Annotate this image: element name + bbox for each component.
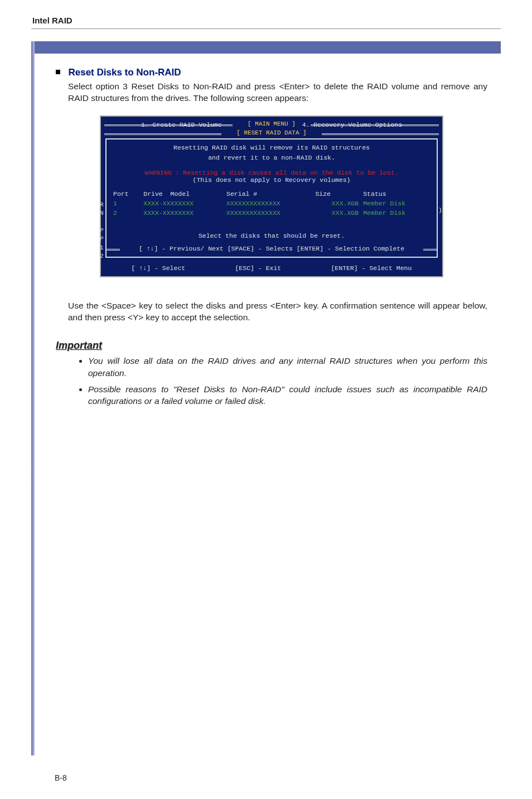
cell-status: Member Disk	[361, 208, 432, 218]
list-item: You will lose all data on the RAID drive…	[88, 355, 487, 379]
th-port: Port	[111, 189, 141, 199]
bios-info1: Resetting RAID disk will remove its RAID…	[111, 143, 432, 153]
table-row[interactable]: 1 XXXX-XXXXXXXX XXXXXXXXXXXXXX XXX.XGB M…	[111, 199, 432, 208]
important-list: You will lose all data on the RAID drive…	[56, 355, 487, 407]
footer-esc-hint: [ESC] - Exit	[235, 264, 281, 272]
cell-port: 2	[111, 208, 141, 218]
th-size: Size	[313, 189, 361, 199]
bios-inner: R N P P 1 2 ) Resetting RAID disk will r…	[105, 138, 438, 258]
cell-status: Member Disk	[361, 199, 432, 208]
section-body: Select option 3 Reset Disks to Non-RAID …	[68, 80, 487, 104]
cell-serial: XXXXXXXXXXXXXX	[224, 199, 313, 208]
footer-enter-hint: [ENTER] - Select Menu	[331, 264, 412, 272]
th-drive-model: Drive Model	[141, 189, 224, 199]
cell-port: 1	[111, 199, 141, 208]
bios-select-msg: Select the disks that should be reset.	[111, 232, 432, 239]
bios-panel: 1. Create RAID Volume 4. Recovery Volume…	[100, 115, 443, 277]
cell-model: XXXX-XXXXXXXX	[141, 208, 224, 218]
color-band	[31, 41, 501, 54]
th-status: Status	[361, 189, 432, 199]
bios-note: (This does not apply to Recovery volumes…	[111, 176, 432, 184]
page-header: Intel RAID	[0, 0, 532, 28]
table-header-row: Port Drive Model Serial # Size Status	[111, 189, 432, 199]
table-row[interactable]: 2 XXXX-XXXXXXXX XXXXXXXXXXXXXX XXX.XGB M…	[111, 208, 432, 218]
bios-key-hints: [ ↑↓] - Previous/ Next [SPACE] - Selects…	[111, 245, 432, 252]
section-title: Reset Disks to Non-RAID	[68, 67, 181, 78]
cell-serial: XXXXXXXXXXXXXX	[224, 208, 313, 218]
bios-warning: WARNING : Resetting a disk causes all da…	[111, 169, 432, 176]
bios-main-label: [ MAIN MENU ]	[101, 121, 442, 127]
footer-select-hint: [ ↑↓] - Select	[132, 264, 186, 272]
bios-left-letters: R N P P 1 2	[100, 201, 105, 261]
bios-sub-label: [ RESET RAID DATA ]	[101, 129, 442, 136]
bios-footer: [ ↑↓] - Select [ESC] - Exit [ENTER] - Se…	[101, 262, 442, 276]
header-rule	[31, 28, 501, 29]
bullet-icon	[56, 70, 60, 74]
cell-model: XXXX-XXXXXXXX	[141, 199, 224, 208]
bios-right-paren: )	[438, 206, 442, 214]
important-title: Important	[56, 340, 487, 352]
content-area: Reset Disks to Non-RAID Select option 3 …	[56, 67, 487, 416]
cell-size: XXX.XGB	[313, 208, 361, 218]
bios-disk-table: Port Drive Model Serial # Size Status 1 …	[111, 189, 432, 218]
list-item: Possible reasons to "Reset Disks to Non-…	[88, 383, 487, 407]
bios-info2: and revert it to a non-RAID disk.	[111, 153, 432, 163]
side-bar	[31, 41, 35, 755]
post-bios-text: Use the <Space> key to select the disks …	[68, 300, 487, 324]
page-number: B-8	[55, 773, 67, 782]
section-heading: Reset Disks to Non-RAID	[56, 67, 487, 78]
cell-size: XXX.XGB	[313, 199, 361, 208]
th-serial: Serial #	[224, 189, 313, 199]
